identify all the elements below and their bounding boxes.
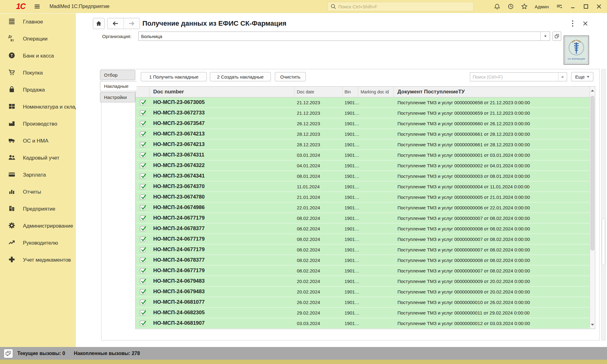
sidebar-item-prodazha[interactable]: Продажа — [0, 81, 76, 98]
table-row[interactable]: НО-МСП-24-0682305 29.02.2024 1901… Посту… — [136, 308, 590, 318]
home-button[interactable] — [93, 18, 105, 29]
clear-search-icon[interactable]: × — [558, 73, 567, 81]
global-search[interactable] — [327, 2, 474, 11]
organization-open-list-button[interactable] — [553, 32, 561, 41]
row-checkbox[interactable] — [140, 300, 145, 305]
table-row[interactable]: НО-МСП-24-0677179 08.02.2024 1901… Посту… — [136, 245, 590, 255]
row-checkbox[interactable] — [140, 237, 145, 242]
sidebar-item-uchet-medikamentov[interactable]: Учет медикаментов — [0, 251, 76, 268]
row-checkbox[interactable] — [140, 258, 145, 263]
table-row[interactable]: НО-МСП-23-0674311 03.01.2024 1901… Посту… — [136, 150, 590, 161]
row-checkbox[interactable] — [140, 205, 145, 210]
row-checkbox[interactable] — [140, 195, 145, 200]
row-checkbox[interactable] — [140, 173, 145, 179]
sidebar-item-rukovoditelyu[interactable]: Руководителю — [0, 234, 76, 251]
table-row[interactable]: НО-МСП-23-0673005 21.12.2023 1901… Посту… — [136, 97, 590, 108]
table-row[interactable]: НО-МСП-23-0674322 04.01.2024 1901… Посту… — [136, 161, 590, 171]
table-row[interactable]: НО-МСП-23-0674780 21.01.2024 1901… Посту… — [136, 192, 590, 203]
table-row[interactable]: НО-МСП-23-0674370 11.01.2024 1901… Посту… — [136, 182, 590, 192]
table-scrollbar[interactable] — [590, 87, 595, 329]
row-checkbox[interactable] — [140, 310, 145, 315]
forward-button[interactable] — [124, 18, 140, 29]
tab-nastroyki[interactable]: Настройки — [100, 92, 135, 102]
row-checkbox[interactable] — [140, 142, 145, 147]
row-checkbox[interactable] — [140, 216, 145, 221]
sidebar-item-otchety[interactable]: Отчеты — [0, 183, 76, 200]
notifications-bell-icon[interactable] — [494, 3, 501, 10]
scroll-down-icon[interactable] — [590, 321, 595, 329]
row-checkbox[interactable] — [140, 289, 145, 294]
sidebar-item-zarplata[interactable]: Зарплата — [0, 166, 76, 183]
close-form-icon[interactable] — [581, 19, 590, 28]
sidebar-item-nomenklatura[interactable]: Номенклатура и склад — [0, 98, 76, 115]
global-search-input[interactable] — [338, 4, 471, 9]
column-header-checkbox[interactable] — [136, 87, 150, 97]
user-menu-icon[interactable] — [556, 3, 563, 10]
organization-dropdown-icon[interactable] — [540, 32, 550, 41]
column-header-doc-date[interactable]: Doc date — [294, 87, 343, 97]
table-row[interactable]: НО-МСП-24-0677179 08.02.2024 1901… Посту… — [136, 213, 590, 224]
sidebar-item-glavnoe[interactable]: Главное — [0, 13, 76, 30]
history-icon[interactable] — [507, 3, 514, 10]
calls-indicator-icon[interactable] — [4, 349, 13, 358]
row-checkbox[interactable] — [140, 184, 145, 189]
more-button[interactable]: Еще — [571, 72, 593, 81]
column-header-document[interactable]: Документ ПоступлениеТУ — [394, 87, 590, 97]
row-checkbox[interactable] — [140, 268, 145, 273]
table-row[interactable]: НО-МСП-24-0674986 22.01.2024 1901… Посту… — [136, 203, 590, 213]
clear-button[interactable]: Очистить — [275, 72, 306, 81]
row-checkbox[interactable] — [140, 131, 145, 137]
more-options-icon[interactable] — [569, 19, 577, 28]
table-row[interactable]: НО-МСП-23-0674213 28.12.2023 1901… Посту… — [136, 129, 590, 139]
favorites-star-icon[interactable] — [521, 3, 528, 10]
table-row[interactable]: НО-МСП-24-0681077 26.02.2024 1901… Посту… — [136, 297, 590, 308]
table-row[interactable]: НО-МСП-24-0678377 08.02.2024 1901… Посту… — [136, 224, 590, 234]
table-row[interactable]: НО-МСП-24-0677179 08.02.2024 1901… Посту… — [136, 266, 590, 276]
table-row[interactable]: НО-МСП-24-0679483 20.02.2024 1901… Посту… — [136, 287, 590, 297]
table-row[interactable]: НО-МСП-24-0677179 08.02.2024 1901… Посту… — [136, 234, 590, 245]
sidebar-item-proizvodstvo[interactable]: Производство — [0, 115, 76, 132]
row-checkbox[interactable] — [140, 226, 145, 231]
close-icon[interactable] — [596, 3, 602, 10]
tab-nakladnye[interactable]: Накладные — [100, 81, 137, 91]
table-row[interactable]: НО-МСП-24-0678377 08.02.2024 1901… Посту… — [136, 255, 590, 266]
sidebar-item-os-nma[interactable]: ОС и НМА — [0, 132, 76, 149]
minimize-icon[interactable] — [570, 3, 576, 10]
table-row[interactable]: НО-МСП-24-0681907 03.03.2024 1901… Посту… — [136, 318, 590, 329]
table-row[interactable]: НО-МСП-23-0674341 08.01.2024 1901… Посту… — [136, 171, 590, 182]
table-search-input[interactable] — [470, 73, 558, 81]
row-checkbox[interactable] — [140, 110, 145, 116]
row-checkbox[interactable] — [140, 100, 145, 105]
column-header-bin[interactable]: Bin — [343, 87, 358, 97]
sidebar-item-kadry[interactable]: Кадровый учет — [0, 149, 76, 166]
sidebar-item-administrirovanie[interactable]: Администрирование — [0, 217, 76, 234]
row-checkbox[interactable] — [140, 247, 145, 252]
row-checkbox[interactable] — [140, 152, 145, 158]
create-invoices-button[interactable]: 2 Создать накладные — [210, 72, 271, 81]
get-invoices-button[interactable]: 1 Получить накладные — [141, 72, 207, 81]
table-row[interactable]: НО-МСП-23-0672733 21.12.2023 1901… Посту… — [136, 108, 590, 118]
table-row[interactable]: НО-МСП-23-0673547 26.12.2023 1901… Посту… — [136, 118, 590, 129]
column-header-doc-number[interactable]: Doc number — [150, 87, 294, 97]
sidebar-item-bank-kassa[interactable]: Т Банк и касса — [0, 47, 76, 64]
sidebar-item-pokupka[interactable]: Покупка — [0, 64, 76, 81]
current-user[interactable]: Админ — [535, 4, 549, 9]
tab-otbor[interactable]: Отбор — [100, 70, 135, 80]
row-checkbox[interactable] — [140, 163, 145, 168]
row-checkbox[interactable] — [140, 279, 145, 284]
scroll-up-icon[interactable] — [590, 87, 595, 95]
back-button[interactable] — [107, 18, 124, 29]
sidebar-item-predpriyatie[interactable]: Предприятие — [0, 200, 76, 217]
main-menu-hamburger-icon[interactable] — [33, 3, 41, 10]
column-header-marking-doc-id[interactable]: Marking doc id — [358, 87, 394, 97]
sidebar-item-operacii[interactable]: ДтКт Операции — [0, 30, 76, 47]
form-scrollbar-thumb[interactable] — [602, 218, 605, 265]
table-row[interactable]: НО-МСП-24-0679483 20.02.2024 1901… Посту… — [136, 276, 590, 287]
maximize-icon[interactable] — [583, 3, 589, 10]
table-row[interactable]: НО-МСП-23-0674213 28.12.2023 1901… Посту… — [136, 139, 590, 150]
form-scrollbar[interactable] — [601, 69, 606, 340]
organization-input[interactable] — [139, 32, 540, 41]
row-checkbox[interactable] — [140, 121, 145, 126]
row-checkbox[interactable] — [140, 321, 145, 326]
scrollbar-thumb[interactable] — [591, 96, 594, 251]
